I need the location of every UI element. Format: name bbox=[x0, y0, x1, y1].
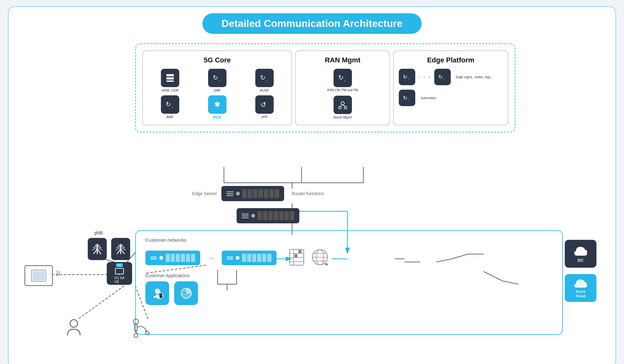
ausf-icon: ↻ i bbox=[255, 69, 274, 87]
svg-rect-31 bbox=[166, 80, 174, 82]
customer-server-left bbox=[145, 251, 200, 265]
svg-text:↻: ↻ bbox=[403, 95, 407, 101]
tablet-icon bbox=[24, 265, 53, 286]
firewall-section bbox=[288, 248, 305, 268]
ue-section: 5G 5G SAUE bbox=[107, 262, 132, 285]
5g-core-title: 5G Core bbox=[148, 56, 286, 64]
server-lines bbox=[226, 191, 233, 196]
edge-server-device bbox=[221, 186, 284, 201]
second-server-section bbox=[237, 208, 299, 223]
pcf-label: PCF bbox=[213, 115, 221, 120]
ep-dashes: - - - bbox=[418, 74, 431, 80]
edge-mgmt-row: ↻ i - - - ↻ i Edge mgmt., metric, logs bbox=[399, 69, 503, 85]
device-tablet: )) bbox=[24, 265, 53, 286]
ue-box: 5G 5G SAUE bbox=[107, 262, 132, 285]
ran-cm-icon: ↻ i bbox=[334, 69, 352, 87]
ran-mgmt-box: RAN Mgmt ↻ i RAN CM, PM and FM bbox=[295, 50, 390, 125]
azure-label: AzureCloud bbox=[576, 289, 585, 298]
customer-networks-box: Customer networks bbox=[135, 230, 563, 335]
smf-icon: ↻ i bbox=[208, 69, 226, 87]
svg-text:↻: ↻ bbox=[166, 101, 171, 108]
svg-point-76 bbox=[70, 320, 78, 327]
smf-item: ↻ i SMF bbox=[195, 69, 239, 92]
svg-text:↺: ↺ bbox=[260, 101, 266, 109]
svg-rect-29 bbox=[166, 74, 174, 76]
svg-point-43 bbox=[339, 106, 341, 109]
svg-point-42 bbox=[341, 102, 344, 105]
dc-box: DC bbox=[565, 240, 596, 268]
content-area: 5G Core UDM, UDR bbox=[15, 43, 609, 360]
svg-text:↻: ↻ bbox=[403, 74, 407, 80]
amf-icon: ↻ i bbox=[161, 95, 179, 114]
kubernetes-icon: ↻ i bbox=[399, 90, 415, 106]
edge-platform-title: Edge Platform bbox=[399, 56, 503, 64]
svg-text:i: i bbox=[266, 79, 267, 82]
main-container: Detailed Communication Architecture bbox=[8, 6, 616, 364]
svg-text:📱: 📱 bbox=[158, 293, 164, 298]
udm-udr-icon bbox=[161, 69, 179, 87]
edge-server-section: Edge Server Router bbox=[192, 186, 324, 201]
person-icon bbox=[66, 319, 82, 339]
upf-item: ↺ UPF bbox=[242, 95, 286, 120]
svg-line-15 bbox=[78, 286, 124, 319]
udm-udr-label: UDM, UDR bbox=[161, 88, 179, 92]
server-indicator bbox=[236, 192, 240, 195]
upf-label: UPF bbox=[261, 115, 268, 119]
customer-apps-label: Customer Applications bbox=[145, 273, 553, 278]
svg-rect-71 bbox=[115, 268, 124, 274]
customer-server-right bbox=[222, 251, 277, 265]
svg-text:i: i bbox=[409, 78, 409, 81]
server-slots bbox=[242, 189, 279, 198]
ue-5g-badge: 5G bbox=[116, 263, 123, 267]
app-icon-2: 🔧 bbox=[174, 281, 198, 305]
ran-cm-item: ↻ i RAN CM, PM and FM bbox=[301, 69, 384, 92]
edge-mgmt-label: Edge mgmt., metric, logs bbox=[456, 75, 491, 79]
arrow-right: → bbox=[207, 253, 215, 262]
server2-indicator bbox=[251, 214, 255, 218]
server2-slots bbox=[258, 211, 294, 220]
5g-core-box: 5G Core UDM, UDR bbox=[142, 50, 292, 125]
ausf-label: AUSF bbox=[260, 88, 269, 92]
router-functions-label: Router functions bbox=[292, 191, 324, 196]
svg-text:↻: ↻ bbox=[260, 74, 265, 81]
tower-1 bbox=[88, 238, 107, 260]
second-server-device bbox=[237, 208, 299, 223]
edge-mgmt-icon1: ↻ i bbox=[399, 69, 415, 85]
firewall-icon bbox=[288, 248, 305, 267]
asset-mgmt-item: Asset Mgmt bbox=[301, 96, 384, 119]
amf-label: AMF bbox=[166, 115, 174, 119]
edge-platform-box: Edge Platform ↻ i - - - ↻ bbox=[393, 50, 508, 125]
svg-rect-59 bbox=[298, 250, 302, 253]
asset-mgmt-icon bbox=[334, 96, 352, 114]
ran-mgmt-icons: ↻ i RAN CM, PM and FM bbox=[301, 69, 384, 119]
gnb-area: gNB bbox=[88, 230, 130, 265]
gnb-towers-row bbox=[88, 238, 130, 260]
svg-point-44 bbox=[344, 106, 347, 109]
app-icons-row: 📱 🔧 bbox=[145, 281, 553, 305]
tower-2 bbox=[111, 238, 130, 260]
ue-label: 5G SAUE bbox=[114, 276, 124, 284]
svg-line-46 bbox=[343, 105, 346, 106]
pcf-icon: ✱ bbox=[208, 95, 226, 114]
svg-rect-75 bbox=[33, 271, 45, 280]
kubernetes-row: ↻ i kuernetes bbox=[399, 90, 503, 106]
robot-arm-icon bbox=[132, 318, 151, 339]
svg-text:i: i bbox=[409, 99, 409, 102]
top-section: 5G Core UDM, UDR bbox=[135, 43, 515, 132]
5g-core-icons: UDM, UDR ↻ i SMF bbox=[148, 69, 286, 120]
app-icon-1: 📱 bbox=[145, 281, 169, 305]
svg-rect-30 bbox=[166, 77, 174, 80]
pcf-item: ✱ PCF bbox=[195, 95, 239, 120]
svg-text:✱: ✱ bbox=[214, 100, 220, 109]
cloud-dc-area: DC AzureCloud bbox=[565, 240, 596, 302]
ausf-item: ↻ i AUSF bbox=[242, 69, 286, 92]
svg-text:↻: ↻ bbox=[438, 74, 443, 80]
wifi-waves: )) bbox=[56, 270, 60, 276]
upf-icon: ↺ bbox=[255, 95, 274, 114]
svg-text:i: i bbox=[444, 78, 445, 81]
svg-point-79 bbox=[134, 334, 138, 337]
server2-lines bbox=[242, 214, 249, 218]
smf-label: SMF bbox=[213, 88, 221, 92]
svg-line-45 bbox=[340, 105, 343, 106]
svg-text:i: i bbox=[219, 79, 220, 82]
